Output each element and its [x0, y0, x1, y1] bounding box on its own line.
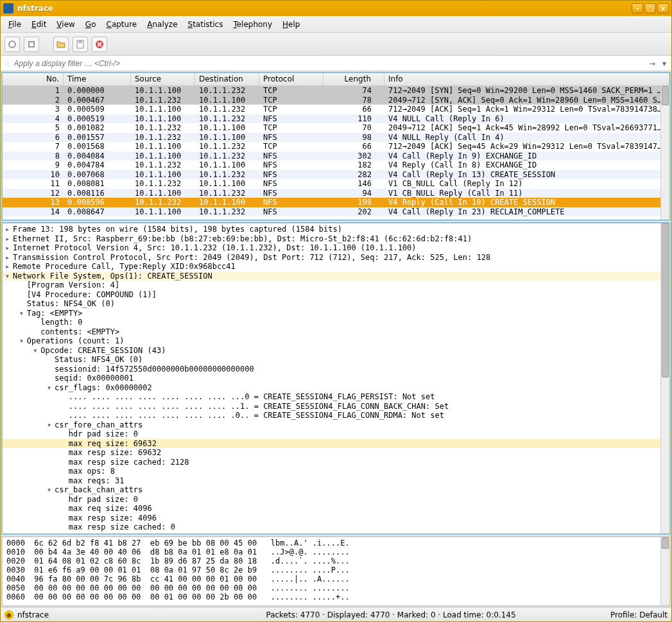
packet-detail-pane[interactable]: ▸ Frame 13: 198 bytes on wire (1584 bits…	[1, 222, 671, 535]
detail-line[interactable]: seqid: 0x00000001	[3, 374, 669, 383]
expert-info-icon[interactable]: ●	[4, 610, 13, 619]
detail-line[interactable]: max resp size cached: 2128	[3, 458, 669, 467]
hex-line[interactable]: 0040 96 fa 80 00 00 7c 96 8b cc 41 00 00…	[6, 574, 666, 583]
status-right[interactable]: Profile: Default	[578, 610, 668, 619]
hex-line[interactable]: 0010 00 b4 4a 3e 40 00 40 06 d8 b8 0a 01…	[6, 548, 666, 557]
detail-line[interactable]: Status: NFS4_OK (0)	[3, 355, 669, 365]
detail-line[interactable]: max reqs: 31	[3, 476, 669, 486]
table-row[interactable]: 40.00051910.1.1.10010.1.1.232NFS110V4 NU…	[3, 114, 669, 124]
col-header-protocol[interactable]: Protocol	[259, 73, 323, 85]
detail-line[interactable]: ▸ Internet Protocol Version 4, Src: 10.1…	[3, 243, 669, 253]
detail-line[interactable]: ▸ Ethernet II, Src: Raspberr_69:be:bb (b…	[3, 234, 669, 244]
close-button[interactable]: ×	[657, 3, 669, 13]
detail-line[interactable]: max ops: 2	[3, 532, 669, 535]
detail-line[interactable]: max resp size cached: 0	[3, 523, 669, 532]
detail-line[interactable]: max req size: 4096	[3, 504, 669, 514]
detail-line[interactable]: .... .... .... .... .... .... .... .0.. …	[3, 411, 669, 420]
table-row[interactable]: 50.00108210.1.1.23210.1.1.100TCP702049→7…	[3, 123, 669, 133]
display-filter-input[interactable]	[14, 59, 644, 68]
menu-statistics[interactable]: Statistics	[183, 18, 228, 31]
detail-line[interactable]: ▾ csr_back_chan_attrs	[3, 485, 669, 495]
hex-line[interactable]: 0030 01 e6 f6 a9 00 00 01 01 08 0a 01 97…	[6, 566, 666, 574]
detail-scrollbar[interactable]	[660, 223, 669, 533]
detail-line[interactable]: [Program Version: 4]	[3, 281, 669, 290]
stop-capture-button[interactable]	[24, 37, 39, 52]
packet-list-scrollbar[interactable]	[660, 86, 669, 220]
detail-line[interactable]: ▾ Tag: <EMPTY>	[3, 309, 669, 318]
status-mid: Packets: 4770 · Displayed: 4770 · Marked…	[204, 610, 578, 619]
detail-line[interactable]: hdr pad size: 0	[3, 429, 669, 439]
menubar: File Edit View Go Capture Analyze Statis…	[1, 16, 671, 33]
hex-pane[interactable]: 0000 6c 62 6d b2 f8 41 b8 27 eb 69 be bb…	[1, 536, 671, 607]
minimize-button[interactable]: –	[632, 3, 643, 13]
detail-line[interactable]: .... .... .... .... .... .... .... ..1. …	[3, 402, 669, 411]
col-header-source[interactable]: Source	[131, 73, 195, 85]
detail-line[interactable]: ▸ Frame 13: 198 bytes on wire (1584 bits…	[3, 225, 669, 234]
detail-line[interactable]: [V4 Procedure: COMPOUND (1)]	[3, 290, 669, 300]
detail-line[interactable]: ▾ csr_fore_chan_attrs	[3, 420, 669, 430]
hex-scrollbar[interactable]	[660, 537, 669, 605]
table-row[interactable]: 70.00156810.1.1.10010.1.1.232TCP66712→20…	[3, 142, 669, 151]
detail-line[interactable]: max req size: 69632	[3, 439, 669, 449]
detail-line[interactable]: ▸ Remote Procedure Call, Type:Reply XID:…	[3, 262, 669, 272]
detail-line[interactable]: length: 0	[3, 318, 669, 327]
menu-telephony[interactable]: Telephony	[228, 18, 277, 31]
svg-rect-4	[78, 42, 82, 43]
toolbar	[1, 33, 671, 56]
apply-filter-button[interactable]: →	[644, 59, 660, 68]
detail-line[interactable]: max resp size: 4096	[3, 514, 669, 523]
table-row[interactable]: 140.00864710.1.1.10010.1.1.232NFS202V4 C…	[3, 207, 669, 217]
detail-line[interactable]: ▾ Operations (count: 1)	[3, 336, 669, 346]
table-row[interactable]: 30.00050910.1.1.10010.1.1.232TCP66712→20…	[3, 105, 669, 114]
hex-line[interactable]: 0060 00 00 00 00 00 00 00 00 00 01 00 00…	[6, 592, 666, 601]
menu-capture[interactable]: Capture	[101, 18, 142, 31]
app-icon	[3, 3, 13, 13]
statusbar: ● nfstrace Packets: 4770 · Displayed: 47…	[1, 607, 671, 621]
menu-analyze[interactable]: Analyze	[142, 18, 182, 31]
table-row[interactable]: 90.00478410.1.1.23210.1.1.100NFS182V4 Re…	[3, 160, 669, 170]
menu-go[interactable]: Go	[80, 18, 101, 31]
detail-line[interactable]: max ops: 8	[3, 467, 669, 476]
open-file-button[interactable]	[53, 37, 69, 52]
packet-list-body[interactable]: 10.00000010.1.1.10010.1.1.232TCP74712→20…	[3, 86, 669, 220]
col-header-info[interactable]: Info	[384, 73, 669, 85]
packet-list-header: No. Time Source Destination Protocol Len…	[3, 73, 669, 86]
menu-edit[interactable]: Edit	[26, 18, 51, 31]
hex-line[interactable]: 0000 6c 62 6d b2 f8 41 b8 27 eb 69 be bb…	[6, 539, 666, 548]
menu-view[interactable]: View	[51, 18, 80, 31]
save-button[interactable]	[73, 37, 88, 52]
table-row[interactable]: 20.00046710.1.1.23210.1.1.100TCP782049→7…	[3, 96, 669, 105]
menu-file[interactable]: File	[3, 18, 26, 31]
detail-line[interactable]: ▾ csr_flags: 0x00000002	[3, 383, 669, 393]
filter-bar: ☆ → ▾	[1, 56, 671, 71]
col-header-time[interactable]: Time	[64, 73, 131, 85]
detail-line[interactable]: contents: <EMPTY>	[3, 327, 669, 337]
close-file-button[interactable]	[92, 37, 107, 52]
table-row[interactable]: 10.00000010.1.1.10010.1.1.232TCP74712→20…	[3, 86, 669, 96]
detail-line[interactable]: Status: NFS4_OK (0)	[3, 299, 669, 309]
table-row[interactable]: 100.00706810.1.1.10010.1.1.232NFS282V4 C…	[3, 170, 669, 180]
detail-line[interactable]: ▸ Transmission Control Protocol, Src Por…	[3, 253, 669, 263]
detail-line[interactable]: max resp size: 69632	[3, 448, 669, 458]
table-row[interactable]: 120.00811610.1.1.10010.1.1.232NFS94V1 CB…	[3, 189, 669, 198]
hex-line[interactable]: 0020 01 64 08 01 02 c8 60 8c 1b 89 d6 87…	[6, 557, 666, 566]
maximize-button[interactable]: □	[644, 3, 656, 13]
filter-dropdown-button[interactable]: ▾	[660, 59, 669, 68]
hex-line[interactable]: 0050 00 00 00 00 00 00 00 00 00 00 00 00…	[6, 583, 666, 592]
detail-line[interactable]: .... .... .... .... .... .... .... ...0 …	[3, 392, 669, 402]
table-row[interactable]: 80.00408410.1.1.10010.1.1.232NFS302V4 Ca…	[3, 151, 669, 161]
col-header-length[interactable]: Length	[323, 73, 384, 85]
detail-line[interactable]: ▾ Network File System, Ops(1): CREATE_SE…	[3, 272, 669, 281]
packet-list-pane: No. Time Source Destination Protocol Len…	[1, 72, 671, 221]
detail-line[interactable]: sessionid: 14f572550d0000000b00000000000…	[3, 365, 669, 374]
table-row[interactable]: 110.00808110.1.1.23210.1.1.100NFS146V1 C…	[3, 179, 669, 189]
detail-line[interactable]: ▾ Opcode: CREATE_SESSION (43)	[3, 346, 669, 356]
col-header-no[interactable]: No.	[3, 73, 64, 85]
menu-help[interactable]: Help	[277, 18, 305, 31]
table-row[interactable]: 130.00859610.1.1.23210.1.1.100NFS198V4 R…	[3, 198, 669, 207]
bookmark-icon[interactable]: ☆	[3, 58, 12, 69]
start-capture-button[interactable]	[4, 37, 20, 52]
table-row[interactable]: 60.00155710.1.1.23210.1.1.100NFS98V4 NUL…	[3, 133, 669, 143]
col-header-destination[interactable]: Destination	[195, 73, 259, 85]
detail-line[interactable]: hdr pad size: 0	[3, 495, 669, 505]
